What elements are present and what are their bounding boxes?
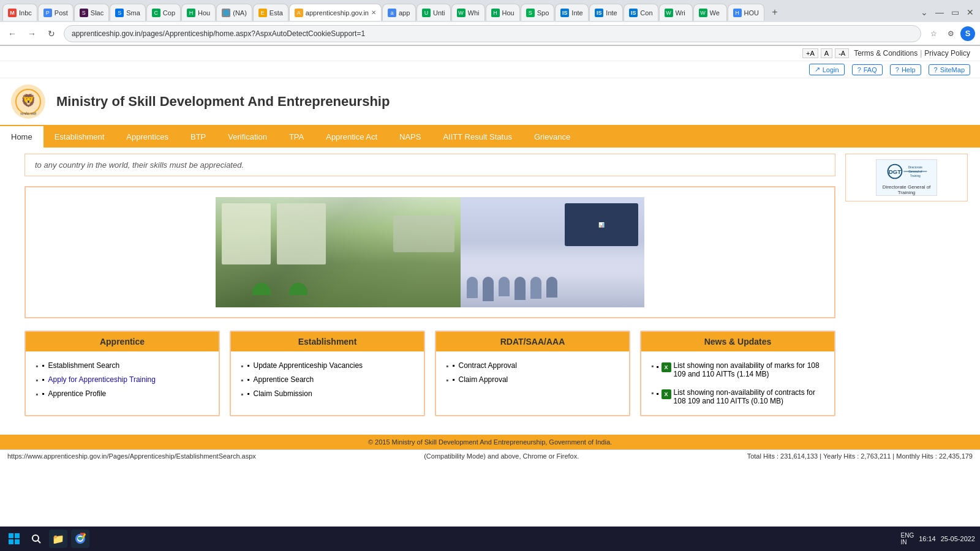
inte1-favicon: IS bbox=[560, 9, 569, 17]
refresh-button[interactable]: ↻ bbox=[44, 26, 59, 41]
tab-hou2[interactable]: H Hou bbox=[486, 4, 520, 21]
bullet-icon: ▪ bbox=[656, 362, 658, 371]
status-url: https://www.apprenticeship.gov.in/Pages/… bbox=[7, 452, 256, 460]
apprentice-profile-text: Apprentice Profile bbox=[48, 389, 107, 398]
nav-naps[interactable]: NAPS bbox=[388, 126, 432, 148]
sitemap-button[interactable]: ? SiteMap bbox=[929, 64, 970, 75]
close-window-button[interactable]: ✕ bbox=[963, 5, 978, 20]
tab-gmail[interactable]: M Inbc bbox=[2, 4, 37, 21]
tab-inte2-title: Inte bbox=[606, 9, 617, 17]
login-icon: ↗ bbox=[815, 66, 820, 73]
font-decrease-button[interactable]: -A bbox=[835, 48, 849, 58]
tab-hou3[interactable]: H HOU bbox=[728, 4, 764, 21]
spo-favicon: S bbox=[526, 9, 535, 17]
login-button[interactable]: ↗ Login bbox=[809, 64, 845, 75]
status-bar: https://www.apprenticeship.gov.in/Pages/… bbox=[0, 449, 980, 462]
address-input[interactable] bbox=[64, 25, 921, 42]
minimize-button[interactable]: — bbox=[932, 5, 947, 20]
news-list: ▪ X List showing non availability of mar… bbox=[651, 359, 824, 408]
help-button[interactable]: ? Help bbox=[890, 64, 921, 75]
nav-home[interactable]: Home bbox=[0, 126, 43, 148]
maximize-button[interactable]: ▭ bbox=[948, 5, 962, 20]
extension-icon[interactable]: ⚙ bbox=[943, 26, 958, 41]
tab-cop[interactable]: C Cop bbox=[146, 4, 181, 21]
new-tab-button[interactable]: + bbox=[767, 5, 782, 20]
nav-apprentice-act[interactable]: Apprentice Act bbox=[315, 126, 388, 148]
sitemap-icon: ? bbox=[934, 66, 938, 73]
tab-search-button[interactable]: ⌄ bbox=[917, 5, 932, 20]
card-establishment: Establishment ▪ Update Apprenticeship Va… bbox=[230, 331, 425, 416]
main-content: to any country in the world, their skill… bbox=[24, 154, 835, 429]
close-tab-icon[interactable]: ✕ bbox=[371, 9, 376, 16]
top-bar: +A A -A Terms & Conditions | Privacy Pol… bbox=[0, 46, 980, 61]
footer: © 2015 Ministry of Skill Development And… bbox=[0, 435, 980, 449]
svg-text:Directorate: Directorate bbox=[908, 166, 923, 169]
tab-bar: M Inbc P Post S Slac S Sma C Cop H Hou 🌐… bbox=[0, 0, 980, 22]
training-image: 📊 bbox=[461, 197, 644, 307]
forward-button[interactable]: → bbox=[24, 26, 39, 41]
nav-establishment[interactable]: Establishment bbox=[43, 126, 116, 148]
tab-hou1[interactable]: H Hou bbox=[181, 4, 216, 21]
bullet-icon: ▪ bbox=[247, 389, 249, 398]
card-apprentice-body: ▪ Establishment Search ▪ Apply for Appre… bbox=[26, 351, 219, 408]
image-collage: 📊 bbox=[216, 197, 644, 307]
nav-aiitt[interactable]: AIITT Result Status bbox=[432, 126, 522, 148]
tab-we-title: We bbox=[710, 9, 722, 17]
tab-con[interactable]: IS Con bbox=[624, 4, 658, 21]
tab-whi[interactable]: W Whi bbox=[451, 4, 485, 21]
quote-section: to any country in the world, their skill… bbox=[24, 154, 835, 176]
tab-unti[interactable]: U Unti bbox=[417, 4, 451, 21]
tab-inte1[interactable]: IS Inte bbox=[555, 4, 589, 21]
card-apprentice-header: Apprentice bbox=[26, 332, 219, 351]
nav-tpa[interactable]: TPA bbox=[278, 126, 315, 148]
tab-slack[interactable]: S Slac bbox=[74, 4, 109, 21]
bullet-icon: ▪ bbox=[42, 375, 44, 384]
svg-text:DGT: DGT bbox=[889, 168, 901, 175]
site-title: Ministry of Skill Development And Entrep… bbox=[56, 94, 390, 110]
tab-post[interactable]: P Post bbox=[38, 4, 74, 21]
tab-inte2[interactable]: IS Inte bbox=[589, 4, 623, 21]
tab-wri[interactable]: W Wri bbox=[659, 4, 693, 21]
tab-esta-title: Esta bbox=[270, 9, 283, 17]
tab-spo[interactable]: S Spo bbox=[521, 4, 555, 21]
tab-con-title: Con bbox=[640, 9, 652, 17]
nav-grievance[interactable]: Grievance bbox=[523, 126, 581, 148]
tab-cop-title: Cop bbox=[163, 9, 175, 17]
tab-whi-title: Whi bbox=[468, 9, 480, 17]
main-nav: Home Establishment Apprentices BTP Verif… bbox=[0, 126, 980, 148]
news-item-2: ▪ X List showing non-availability of con… bbox=[651, 386, 824, 408]
stats-text: Total Hits : 231,614,133 | Yearly Hits :… bbox=[747, 452, 973, 460]
apprentice-search-text: Apprentice Search bbox=[254, 375, 314, 384]
font-normal-button[interactable]: A bbox=[821, 48, 832, 58]
bookmark-icon[interactable]: ☆ bbox=[926, 26, 941, 41]
card-news-body: ▪ X List showing non availability of mar… bbox=[641, 351, 834, 415]
tab-esta[interactable]: E Esta bbox=[253, 4, 288, 21]
svg-text:सत्यमेव जयते: सत्यमेव जयते bbox=[20, 111, 37, 116]
privacy-policy-link[interactable]: Privacy Policy bbox=[924, 49, 970, 58]
tab-app2[interactable]: a app bbox=[382, 4, 416, 21]
tab-na[interactable]: 🌐 (NA) bbox=[216, 4, 252, 21]
contract-approval-text: Contract Approval bbox=[459, 361, 517, 370]
apprenticeship-favicon: A bbox=[295, 9, 303, 17]
nav-btp[interactable]: BTP bbox=[179, 126, 217, 148]
profile-icon[interactable]: S bbox=[960, 26, 975, 41]
card-rdat-header: RDAT/SAA/AAA bbox=[436, 332, 629, 351]
esta-favicon: E bbox=[258, 9, 267, 17]
list-item: ▪ Apply for Apprenticeship Training bbox=[36, 373, 209, 387]
apply-training-link[interactable]: Apply for Apprenticeship Training bbox=[48, 375, 156, 384]
tab-we[interactable]: W We bbox=[693, 4, 727, 21]
faq-button[interactable]: ? FAQ bbox=[852, 64, 883, 75]
back-button[interactable]: ← bbox=[5, 26, 20, 41]
govt-emblem: 🦁 सत्यमेव जयते bbox=[10, 83, 47, 120]
tab-apprenticeship[interactable]: A apprenticeship.gov.in ✕ bbox=[289, 4, 382, 21]
tab-sma[interactable]: S Sma bbox=[110, 4, 146, 21]
nav-apprentices[interactable]: Apprentices bbox=[115, 126, 179, 148]
unti-favicon: U bbox=[422, 9, 431, 17]
nav-verification[interactable]: Verification bbox=[217, 126, 278, 148]
font-increase-button[interactable]: +A bbox=[802, 48, 818, 58]
sitemap-label: SiteMap bbox=[940, 66, 965, 73]
bullet-icon: ▪ bbox=[452, 361, 454, 370]
terms-conditions-link[interactable]: Terms & Conditions bbox=[854, 49, 918, 58]
claim-approval-text: Claim Approval bbox=[459, 375, 508, 384]
sma-favicon: S bbox=[115, 9, 124, 17]
